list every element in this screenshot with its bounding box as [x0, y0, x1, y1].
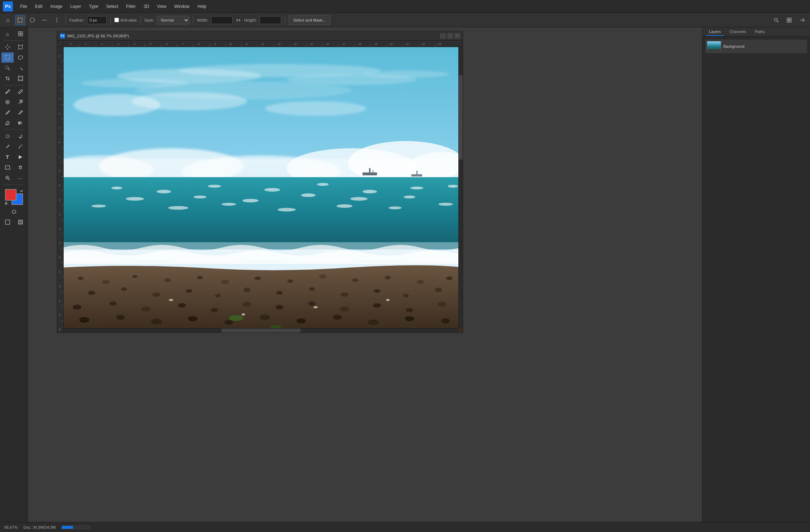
paths-tab[interactable]: Paths	[752, 28, 768, 36]
brush-tool[interactable]	[1, 107, 14, 118]
svg-text:0: 0	[70, 43, 72, 45]
svg-rect-183	[373, 170, 374, 173]
svg-rect-50	[13, 211, 15, 213]
layer-item[interactable]: Background	[705, 40, 807, 53]
menu-help[interactable]: Help	[194, 3, 210, 10]
crop-tool[interactable]	[1, 73, 14, 83]
menu-3d[interactable]: 3D	[140, 3, 152, 10]
svg-text:18: 18	[59, 314, 61, 316]
artboard-tool[interactable]	[14, 42, 27, 52]
menu-view[interactable]: View	[154, 3, 170, 10]
nav-icons-row: ⌂	[1, 29, 27, 39]
search-icon[interactable]	[771, 15, 781, 25]
doc-minimize-button[interactable]: –	[440, 33, 445, 38]
select-mask-button[interactable]: Select and Mask...	[289, 15, 331, 25]
anti-alias-checkbox[interactable]	[114, 18, 119, 22]
svg-text:11: 11	[59, 213, 61, 216]
feather-input[interactable]	[87, 16, 107, 24]
svg-point-173	[404, 196, 415, 198]
magic-wand-tool[interactable]	[14, 63, 27, 73]
svg-point-233	[405, 316, 414, 321]
swap-dimensions-icon[interactable]	[235, 17, 242, 24]
lasso-tool[interactable]	[14, 52, 27, 63]
svg-line-5	[777, 21, 778, 22]
doc-close-button[interactable]: ×	[455, 33, 460, 38]
foreground-color-swatch[interactable]	[5, 189, 17, 201]
menu-layer[interactable]: Layer	[67, 3, 84, 10]
lt-sep-2	[3, 85, 25, 85]
svg-point-172	[350, 197, 367, 201]
svg-point-179	[389, 206, 402, 209]
svg-point-207	[309, 287, 315, 291]
svg-rect-37	[18, 121, 23, 124]
document-titlebar[interactable]: Ps IMG_2102.JPG @ 66,7% (RGB/8*) – □ ×	[57, 31, 463, 41]
rect-shape-tool[interactable]	[1, 162, 14, 173]
svg-point-195	[319, 274, 326, 279]
quick-select-tool[interactable]	[1, 63, 14, 73]
anti-alias-label[interactable]: Anti-alias	[114, 18, 137, 22]
path-select-tool[interactable]	[14, 152, 27, 162]
single-row-marquee[interactable]	[40, 15, 50, 25]
svg-text:9: 9	[58, 185, 61, 186]
marquee-rect-option[interactable]	[15, 15, 25, 25]
standard-screen-icon[interactable]	[1, 217, 14, 227]
more-tools[interactable]: ···	[14, 173, 27, 183]
progress-indicator[interactable]	[61, 526, 90, 529]
width-input[interactable]	[211, 16, 233, 24]
home-tool-icon[interactable]: ⌂	[1, 29, 14, 39]
home-button[interactable]: ⌂	[3, 15, 13, 25]
svg-rect-102	[57, 47, 64, 332]
swap-colors-icon[interactable]: ⇄	[20, 189, 23, 193]
horizontal-scrollbar[interactable]	[64, 328, 458, 332]
zoom-tool[interactable]	[1, 173, 14, 183]
doc-maximize-button[interactable]: □	[448, 33, 453, 38]
dodge-tool[interactable]	[14, 131, 27, 141]
move-tool[interactable]	[1, 42, 14, 52]
vertical-scrollbar[interactable]	[458, 47, 463, 328]
svg-point-193	[255, 276, 261, 280]
single-col-marquee[interactable]	[52, 15, 62, 25]
quick-mask-icon[interactable]	[8, 207, 20, 217]
type-tool[interactable]: T	[1, 152, 14, 162]
svg-point-224	[79, 317, 89, 323]
full-screen-icon[interactable]	[14, 217, 27, 227]
blur-tool[interactable]	[1, 131, 14, 141]
menu-image[interactable]: Image	[47, 3, 66, 10]
canvas-container[interactable]	[64, 47, 463, 332]
sep1	[65, 16, 66, 24]
rect-marquee-tool[interactable]	[1, 52, 14, 63]
channels-tab[interactable]: Channels	[727, 28, 749, 36]
svg-rect-51	[5, 220, 10, 224]
menu-type[interactable]: Type	[85, 3, 102, 10]
fill-tool[interactable]	[14, 118, 27, 128]
hand-tool[interactable]	[14, 162, 27, 173]
stamp-tool[interactable]	[14, 97, 27, 107]
menu-filter[interactable]: Filter	[123, 3, 139, 10]
freeform-pen-tool[interactable]	[14, 142, 27, 152]
style-select[interactable]: Normal Fixed Ratio Fixed Size	[157, 16, 189, 24]
svg-rect-6	[787, 18, 789, 20]
svg-text:5: 5	[150, 43, 151, 45]
menu-window[interactable]: Window	[171, 3, 193, 10]
default-colors-icon[interactable]: ◧	[5, 201, 8, 205]
ruler-top: 0 1 2 3 4 5 6 7	[64, 41, 463, 47]
eyedropper-tool[interactable]	[1, 87, 14, 97]
marquee-ellipse-option[interactable]	[27, 15, 37, 25]
heal-brush-tool[interactable]	[1, 97, 14, 107]
menu-file[interactable]: File	[17, 3, 31, 10]
workspace-icon[interactable]	[784, 15, 794, 25]
grid-icon[interactable]	[14, 29, 27, 39]
eraser-tool[interactable]	[1, 118, 14, 128]
pen-tool[interactable]	[1, 142, 14, 152]
height-input[interactable]	[260, 16, 281, 24]
heal-tools-row	[1, 97, 27, 107]
eraser-tools-row	[1, 118, 27, 128]
share-icon[interactable]	[797, 15, 807, 25]
menu-edit[interactable]: Edit	[31, 3, 46, 10]
svg-point-178	[337, 204, 352, 208]
layers-tab[interactable]: Layers	[706, 28, 724, 36]
frame-tool[interactable]	[14, 73, 27, 83]
history-brush-tool[interactable]	[14, 107, 27, 118]
ruler-tool[interactable]	[14, 87, 27, 97]
menu-select[interactable]: Select	[102, 3, 122, 10]
